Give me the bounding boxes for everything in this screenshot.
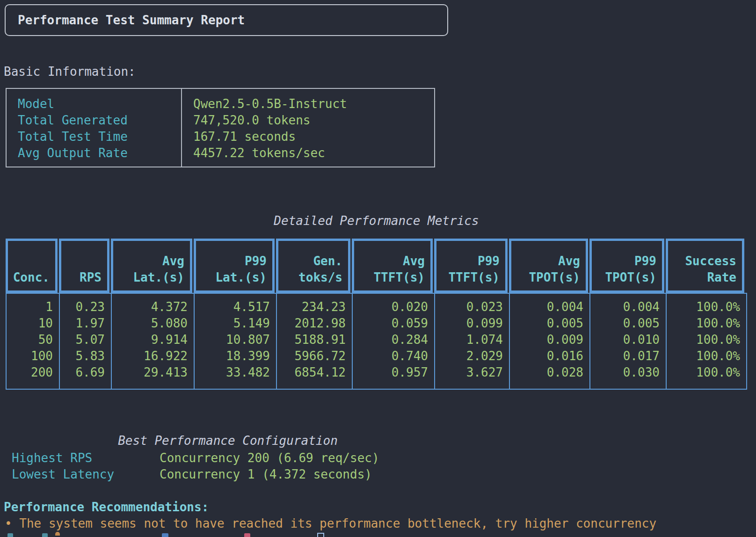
column-header-avg-latency: Avg Lat.(s): [111, 239, 192, 293]
metric-cell: 5966.72: [276, 348, 352, 364]
terminal-cursor: [317, 533, 324, 537]
metric-cell: 0.009: [509, 332, 589, 348]
metric-cell: 5.83: [59, 348, 111, 364]
metric-cell: 10.807: [194, 332, 276, 348]
metric-cell: 18.399: [194, 348, 276, 364]
metric-cell: 5.080: [111, 315, 194, 332]
metric-cell: 0.059: [352, 315, 434, 332]
best-config-row: Highest RPS Concurrency 200 (6.69 req/se…: [12, 450, 379, 466]
metric-cell: 6854.12: [276, 364, 352, 381]
column-divider: [589, 294, 590, 389]
metrics-table-body: 1 0.23 4.372 4.517 234.23 0.020 0.023 0.…: [6, 293, 747, 390]
metric-cell: 2.029: [434, 348, 509, 364]
basic-info-label: Avg Output Rate: [7, 145, 181, 161]
basic-info-values: Qwen2.5-0.5B-Instruct 747,520.0 tokens 1…: [182, 89, 434, 167]
metric-cell: 0.23: [59, 299, 111, 315]
metric-cell: 0.284: [352, 332, 434, 348]
metric-cell: 0.740: [352, 348, 434, 364]
metric-cell: 0.005: [509, 315, 589, 332]
basic-info-value: 747,520.0 tokens: [182, 112, 434, 129]
column-header-concurrency: Conc.: [6, 239, 58, 293]
column-divider: [194, 294, 195, 389]
metric-cell: 5.07: [59, 332, 111, 348]
column-header-avg-ttft: Avg TTFT(s): [352, 239, 433, 293]
clipped-glyph-fragment: [55, 532, 60, 536]
metric-cell: 1: [7, 299, 59, 315]
basic-info-heading: Basic Information:: [4, 64, 136, 80]
best-config-row: Lowest Latency Concurrency 1 (4.372 seco…: [12, 466, 379, 483]
metric-cell: 1.074: [434, 332, 509, 348]
metric-cell: 100.0%: [666, 315, 746, 332]
table-row: 10 1.97 5.080 5.149 2012.98 0.059 0.099 …: [7, 315, 746, 332]
metric-cell: 1.97: [59, 315, 111, 332]
basic-info-value: 167.71 seconds: [182, 129, 434, 145]
metric-cell: 6.69: [59, 364, 111, 381]
metric-cell: 0.028: [509, 364, 589, 381]
column-divider: [434, 294, 435, 389]
column-header-gen-toks: Gen. toks/s: [276, 239, 350, 293]
column-header-success-rate: Success Rate: [666, 239, 744, 293]
metric-cell: 0.004: [589, 299, 666, 315]
column-divider: [59, 294, 60, 389]
column-divider: [276, 294, 277, 389]
table-row: 50 5.07 9.914 10.807 5188.91 0.284 1.074…: [7, 332, 746, 348]
metric-cell: 0.020: [352, 299, 434, 315]
basic-info-label: Total Test Time: [7, 129, 181, 145]
best-config-label: Highest RPS: [12, 450, 160, 466]
column-header-p99-tpot: P99 TPOT(s): [589, 239, 664, 293]
metrics-table-title: Detailed Performance Metrics: [6, 213, 747, 229]
metric-cell: 29.413: [111, 364, 194, 381]
metric-cell: 5.149: [194, 315, 276, 332]
metric-cell: 3.627: [434, 364, 509, 381]
table-row: 1 0.23 4.372 4.517 234.23 0.020 0.023 0.…: [7, 299, 746, 315]
metric-cell: 5188.91: [276, 332, 352, 348]
basic-info-panel: Model Total Generated Total Test Time Av…: [6, 88, 435, 167]
column-divider: [666, 294, 667, 389]
metric-cell: 2012.98: [276, 315, 352, 332]
metric-cell: 0.010: [589, 332, 666, 348]
report-title: Performance Test Summary Report: [18, 12, 245, 29]
table-row: 200 6.69 29.413 33.482 6854.12 0.957 3.6…: [7, 364, 746, 381]
metric-cell: 0.017: [589, 348, 666, 364]
clipped-glyph-fragment: [244, 533, 250, 537]
column-header-p99-ttft: P99 TTFT(s): [434, 239, 508, 293]
table-row: 100 5.83 16.922 18.399 5966.72 0.740 2.0…: [7, 348, 746, 364]
metric-cell: 234.23: [276, 299, 352, 315]
best-config-label: Lowest Latency: [12, 466, 160, 483]
best-config-value: Concurrency 200 (6.69 req/sec): [160, 450, 379, 466]
metric-cell: 9.914: [111, 332, 194, 348]
clipped-glyph-fragment: [7, 533, 13, 537]
recommendation-item: • The system seems not to have reached i…: [5, 515, 656, 532]
column-divider: [352, 294, 353, 389]
metric-cell: 100.0%: [666, 299, 746, 315]
metric-cell: 100.0%: [666, 332, 746, 348]
metric-cell: 100.0%: [666, 364, 746, 381]
metric-cell: 200: [7, 364, 59, 381]
metric-cell: 10: [7, 315, 59, 332]
metric-cell: 16.922: [111, 348, 194, 364]
metric-cell: 33.482: [194, 364, 276, 381]
basic-info-labels: Model Total Generated Total Test Time Av…: [7, 89, 182, 167]
metric-cell: 0.030: [589, 364, 666, 381]
metric-cell: 50: [7, 332, 59, 348]
clipped-terminal-line: [0, 532, 756, 537]
recommendations-heading: Performance Recommendations:: [4, 499, 209, 515]
basic-info-label: Total Generated: [7, 112, 181, 129]
column-header-rps: RPS: [59, 239, 109, 293]
report-title-panel: Performance Test Summary Report: [5, 4, 448, 36]
best-config-title: Best Performance Configuration: [6, 433, 450, 449]
column-header-avg-tpot: Avg TPOT(s): [509, 239, 588, 293]
metric-cell: 4.372: [111, 299, 194, 315]
metric-cell: 100.0%: [666, 348, 746, 364]
basic-info-value: Qwen2.5-0.5B-Instruct: [182, 96, 434, 112]
best-config-value: Concurrency 1 (4.372 seconds): [160, 466, 372, 483]
metric-cell: 0.004: [509, 299, 589, 315]
column-header-p99-latency: P99 Lat.(s): [194, 239, 275, 293]
metric-cell: 100: [7, 348, 59, 364]
metric-cell: 0.005: [589, 315, 666, 332]
metric-cell: 0.099: [434, 315, 509, 332]
metric-cell: 0.023: [434, 299, 509, 315]
terminal: { "terminal": { "title": "Performance Te…: [0, 0, 756, 537]
metric-cell: 4.517: [194, 299, 276, 315]
column-divider: [509, 294, 510, 389]
